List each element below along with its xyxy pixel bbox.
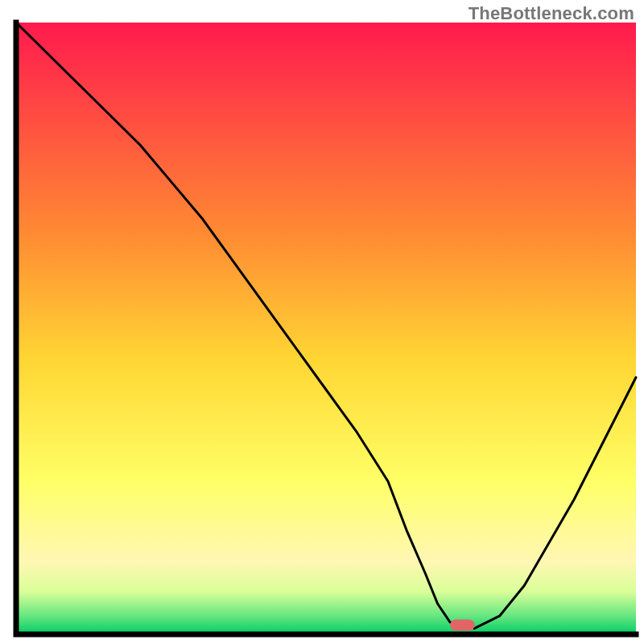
bottleneck-chart: TheBottleneck.com — [0, 0, 644, 644]
chart-canvas — [0, 0, 644, 644]
watermark-label: TheBottleneck.com — [469, 3, 634, 24]
optimal-marker — [450, 620, 475, 631]
